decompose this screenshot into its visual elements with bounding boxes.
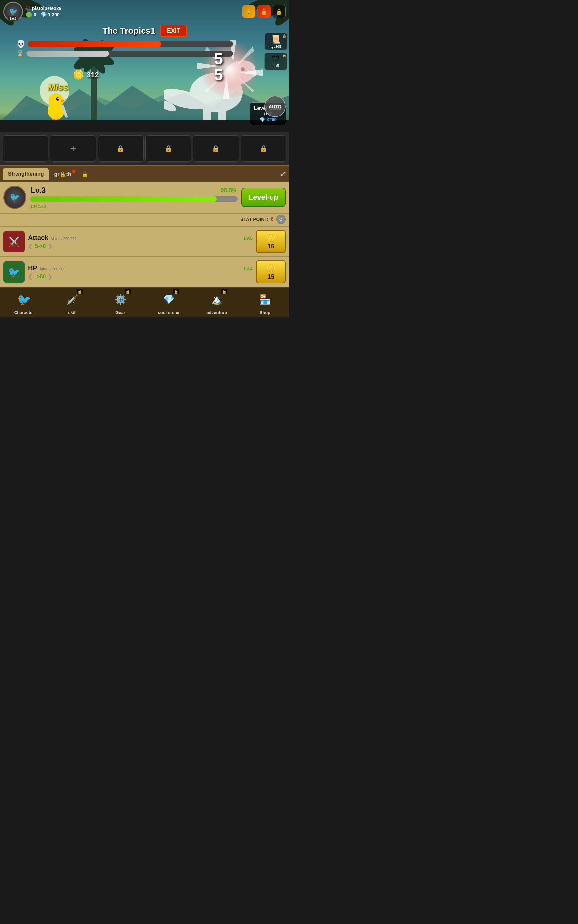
lock-btn-3[interactable]: 🔒 xyxy=(273,5,286,18)
currencies-row: 🟢 0 💎 1,300 xyxy=(26,11,62,18)
hp-cost-button[interactable]: 🪙 15 xyxy=(256,260,286,284)
coin-area: 🪙 312 xyxy=(73,69,99,80)
attack-cost-button[interactable]: 🪙 15 xyxy=(256,230,286,253)
adv-nav-lock: 🔒 xyxy=(221,289,227,294)
tab-strengthening[interactable]: Strengthening xyxy=(3,168,49,180)
attack-name: Attack xyxy=(28,234,48,242)
nav-character[interactable]: 🐦 Character xyxy=(0,288,48,317)
gear-nav-lock: 🔒 xyxy=(125,289,131,294)
hp-name: HP xyxy=(28,264,37,272)
enemy-timer-track xyxy=(26,51,233,57)
hp-name-row: HP Max Lv.200,000 Lv.4 xyxy=(28,264,253,272)
arrow-right-icon: ❯ xyxy=(48,243,52,249)
hp-max-lv: Max Lv.200,000 xyxy=(40,267,65,271)
adventure-nav-icon: 🏔️ xyxy=(211,294,223,305)
stat-point-row: STAT POINT: 6 ↺ xyxy=(0,213,289,226)
lock-btn-2[interactable]: 🔒 xyxy=(257,5,271,18)
hud-locks: 🔒 🔒 🔒 xyxy=(242,5,286,18)
quest-icon: 📜 xyxy=(271,35,281,44)
hp-level-change: ->50 xyxy=(35,274,45,279)
skill-nav-lock: 🔒 xyxy=(76,289,83,294)
lock-btn-1[interactable]: 🔒 xyxy=(242,5,255,18)
hp-arrow-right-icon: ❯ xyxy=(48,273,52,279)
combo-display: 5 5 xyxy=(214,51,223,83)
miss-text: Miss xyxy=(48,82,68,93)
level-up-button[interactable]: Level-up xyxy=(242,188,286,207)
nav-soul-icon-wrap: 💎 🔒 xyxy=(160,291,178,309)
tab-locked-icon: 🔒 xyxy=(82,171,88,177)
nav-gear-label: Gear xyxy=(115,310,125,315)
level-title: The Tropics1 xyxy=(102,26,155,36)
svg-rect-21 xyxy=(203,107,211,122)
soul-nav-icon: 💎 xyxy=(163,294,175,305)
hp-arrow-left-icon: ❮ xyxy=(28,273,32,279)
diamond-count: 1,300 xyxy=(48,12,60,17)
char-level-section: 🐦 Lv.3 90.5% 134/148 Level-up xyxy=(0,182,289,213)
tab-growth[interactable]: gr🔒th xyxy=(49,168,76,180)
nav-adv-icon-wrap: 🏔️ 🔒 xyxy=(208,291,226,309)
nav-skill-label: skill xyxy=(68,310,76,315)
soul-nav-lock: 🔒 xyxy=(173,289,179,294)
slot-lock-icon-3: 🔒 xyxy=(212,145,220,153)
gem-count: 0 xyxy=(34,12,36,17)
nav-soul-stone[interactable]: 💎 🔒 soul stone xyxy=(144,288,193,317)
skill-slot-add[interactable]: + xyxy=(50,135,96,162)
slot-lock-icon-2: 🔒 xyxy=(164,145,172,153)
char-avatar: 🐦 xyxy=(3,186,26,209)
attack-name-row: Attack Max Lv.200,000 Lv.5 xyxy=(28,234,253,242)
shop-nav-icon: 🏪 xyxy=(259,294,271,305)
arrow-left-icon: ❮ xyxy=(28,243,32,249)
shield-icon: 🛡 xyxy=(26,6,30,11)
nav-shop-icon-wrap: 🏪 xyxy=(256,291,274,309)
slot-lock-icon-1: 🔒 xyxy=(117,145,125,153)
nav-skill-icon-wrap: 🗡️ 🔒 xyxy=(63,291,81,309)
battle-scene[interactable]: Miss 🐦 Lv.3 🛡 pistolpete229 🟢 0 xyxy=(0,0,289,132)
enemy-hp-track xyxy=(28,41,233,47)
nav-gear-icon-wrap: ⚙️ 🔒 xyxy=(112,291,130,309)
tab-locked[interactable]: 🔒 xyxy=(76,168,94,180)
auto-button[interactable]: AUTO xyxy=(264,96,286,117)
tab-growth-label: gr🔒th xyxy=(54,171,71,177)
gem-icon: 🟢 xyxy=(26,11,32,18)
attack-arrows: ❮ 5->6 ❯ xyxy=(28,243,253,249)
buff-button[interactable]: 🛡 buff 🔒 xyxy=(264,53,287,70)
char-level-text: Lv.3 xyxy=(30,186,45,195)
growth-badge xyxy=(72,170,75,173)
attack-icon: ⚔️ xyxy=(3,231,25,252)
hp-icon: 🐦 xyxy=(3,261,25,283)
svg-rect-22 xyxy=(218,107,226,122)
nav-soul-label: soul stone xyxy=(158,310,179,315)
skill-slot-empty xyxy=(3,135,48,162)
skill-slot-lock-2: 🔒 xyxy=(146,135,191,162)
bottom-panel: Strengthening gr🔒th 🔒 ⤢ 🐦 Lv.3 90.5% xyxy=(0,165,289,287)
char-xp-numbers: 134/148 xyxy=(30,204,46,209)
player-avatar[interactable]: 🐦 Lv.3 xyxy=(3,2,23,21)
nav-shop-label: Shop xyxy=(260,310,271,315)
quest-button[interactable]: 📜 Quest 🔒 xyxy=(264,33,287,50)
char-xp-fill xyxy=(30,196,217,201)
skill-slots-row: + 🔒 🔒 🔒 🔒 xyxy=(0,132,289,165)
nav-adventure[interactable]: 🏔️ 🔒 adventure xyxy=(193,288,241,317)
attack-max-lv: Max Lv.200,000 xyxy=(51,237,76,240)
nav-shop[interactable]: 🏪 Shop xyxy=(241,288,289,317)
hp-info: HP Max Lv.200,000 Lv.4 ❮ ->50 ❯ xyxy=(28,264,253,279)
attack-info: Attack Max Lv.200,000 Lv.5 ❮ 5->6 ❯ xyxy=(28,234,253,249)
character-nav-icon: 🐦 xyxy=(17,293,31,306)
nav-adv-label: adventure xyxy=(206,310,227,315)
expand-button[interactable]: ⤢ xyxy=(281,170,286,178)
enemy-hp-fill xyxy=(28,41,161,47)
exit-button[interactable]: EXIT xyxy=(160,25,187,37)
strengthen-tabs: Strengthening gr🔒th 🔒 ⤢ xyxy=(0,166,289,182)
skill-slot-lock-1: 🔒 xyxy=(98,135,143,162)
char-level-info: Lv.3 90.5% 134/148 xyxy=(30,186,237,209)
enemy-timer-fill xyxy=(26,51,109,57)
stat-reset-button[interactable]: ↺ xyxy=(276,215,286,224)
stat-point-label: STAT POINT: xyxy=(240,217,268,222)
nav-skill[interactable]: 🗡️ 🔒 skill xyxy=(48,288,96,317)
char-xp-bar xyxy=(30,196,237,201)
level-clear-reward: 💎 X200 xyxy=(254,117,282,122)
username-text: pistolpete229 xyxy=(32,6,62,11)
nav-gear[interactable]: ⚙️ 🔒 Gear xyxy=(96,288,144,317)
nav-char-label: Character xyxy=(14,310,34,315)
coin-count: 312 xyxy=(87,71,99,79)
